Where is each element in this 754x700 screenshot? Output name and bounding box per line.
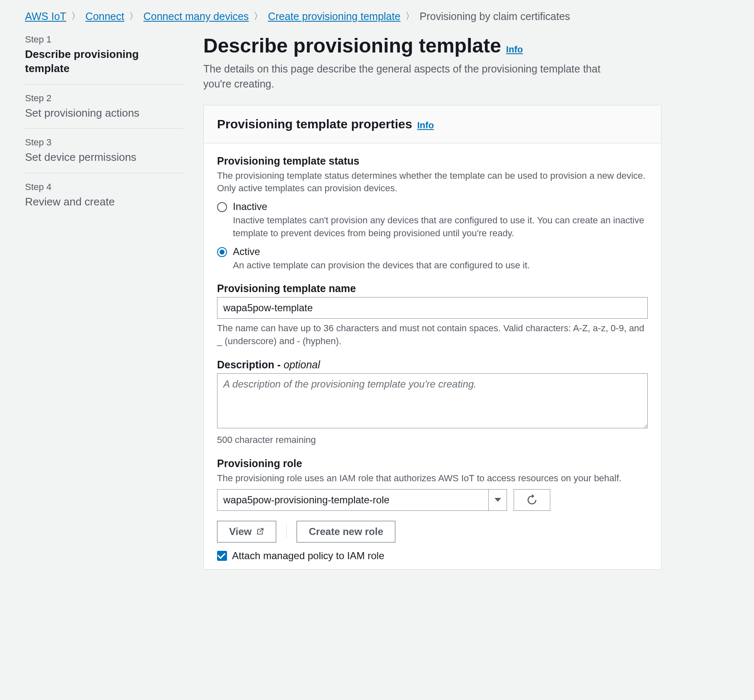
field-label: Description - optional <box>217 359 648 371</box>
step-number: Step 3 <box>25 137 183 148</box>
divider <box>286 525 287 539</box>
field-hint: The provisioning role uses an IAM role t… <box>217 472 648 485</box>
breadcrumb-link[interactable]: Create provisioning template <box>268 10 400 22</box>
step-title: Describe provisioning template <box>25 48 183 76</box>
breadcrumb-link[interactable]: Connect many devices <box>143 10 249 22</box>
role-select[interactable]: wapa5pow-provisioning-template-role <box>217 489 507 511</box>
radio-label: Inactive <box>233 201 648 212</box>
wizard-step-2[interactable]: Step 2 Set provisioning actions <box>25 85 183 129</box>
wizard-step-4[interactable]: Step 4 Review and create <box>25 173 183 218</box>
field-label: Provisioning template name <box>217 282 648 295</box>
template-name-input[interactable] <box>217 297 648 319</box>
panel-header: Provisioning template properties Info <box>204 105 661 143</box>
radio-label: Active <box>233 246 648 258</box>
info-link[interactable]: Info <box>417 120 434 131</box>
info-link[interactable]: Info <box>506 44 523 55</box>
breadcrumb-current: Provisioning by claim certificates <box>419 10 570 22</box>
caret-down-icon <box>488 490 507 510</box>
refresh-icon <box>526 494 538 506</box>
page-title: Describe provisioning template <box>203 34 501 57</box>
chevron-right-icon: 〉 <box>129 10 138 22</box>
field-label: Provisioning template status <box>217 155 648 167</box>
panel-title: Provisioning template properties <box>217 117 412 131</box>
radio-active[interactable]: Active An active template can provision … <box>217 246 648 272</box>
radio-description: An active template can provision the dev… <box>233 259 648 272</box>
field-label: Provisioning role <box>217 458 648 470</box>
step-title: Set device permissions <box>25 150 183 165</box>
chevron-right-icon: 〉 <box>405 10 414 22</box>
main-content: Describe provisioning template Info The … <box>203 34 662 570</box>
radio-icon <box>217 202 227 212</box>
radio-inactive[interactable]: Inactive Inactive templates can't provis… <box>217 201 648 240</box>
step-number: Step 2 <box>25 93 183 104</box>
field-hint: The provisioning template status determi… <box>217 170 648 195</box>
radio-description: Inactive templates can't provision any d… <box>233 214 648 240</box>
view-role-button[interactable]: View <box>217 521 276 542</box>
breadcrumb: AWS IoT 〉 Connect 〉 Connect many devices… <box>25 10 729 22</box>
attach-policy-checkbox[interactable]: Attach managed policy to IAM role <box>217 550 648 562</box>
select-value: wapa5pow-provisioning-template-role <box>217 490 488 510</box>
breadcrumb-link[interactable]: Connect <box>85 10 124 22</box>
properties-panel: Provisioning template properties Info Pr… <box>203 105 662 570</box>
wizard-step-1[interactable]: Step 1 Describe provisioning template <box>25 34 183 85</box>
description-textarea[interactable] <box>217 373 648 428</box>
field-hint: The name can have up to 36 characters an… <box>217 322 648 348</box>
char-remaining: 500 character remaining <box>217 434 648 447</box>
chevron-right-icon: 〉 <box>254 10 263 22</box>
wizard-step-3[interactable]: Step 3 Set device permissions <box>25 129 183 173</box>
external-link-icon <box>256 528 264 536</box>
checkbox-label: Attach managed policy to IAM role <box>232 550 384 562</box>
status-fieldset: Provisioning template status The provisi… <box>217 155 648 272</box>
description-fieldset: Description - optional 500 character rem… <box>217 359 648 447</box>
name-fieldset: Provisioning template name The name can … <box>217 282 648 348</box>
button-label: Create new role <box>309 526 383 538</box>
chevron-right-icon: 〉 <box>71 10 80 22</box>
label-text: Description - <box>217 359 284 370</box>
step-title: Review and create <box>25 195 183 209</box>
page-description: The details on this page describe the ge… <box>203 61 628 92</box>
step-number: Step 4 <box>25 182 183 192</box>
refresh-button[interactable] <box>514 489 550 511</box>
radio-icon <box>217 247 227 257</box>
checkbox-checked-icon <box>217 551 227 561</box>
label-optional: optional <box>284 359 320 370</box>
step-title: Set provisioning actions <box>25 106 183 120</box>
breadcrumb-link[interactable]: AWS IoT <box>25 10 66 22</box>
role-fieldset: Provisioning role The provisioning role … <box>217 458 648 562</box>
step-number: Step 1 <box>25 34 183 45</box>
create-role-button[interactable]: Create new role <box>297 521 395 542</box>
wizard-steps: Step 1 Describe provisioning template St… <box>25 34 183 570</box>
button-label: View <box>229 526 252 538</box>
